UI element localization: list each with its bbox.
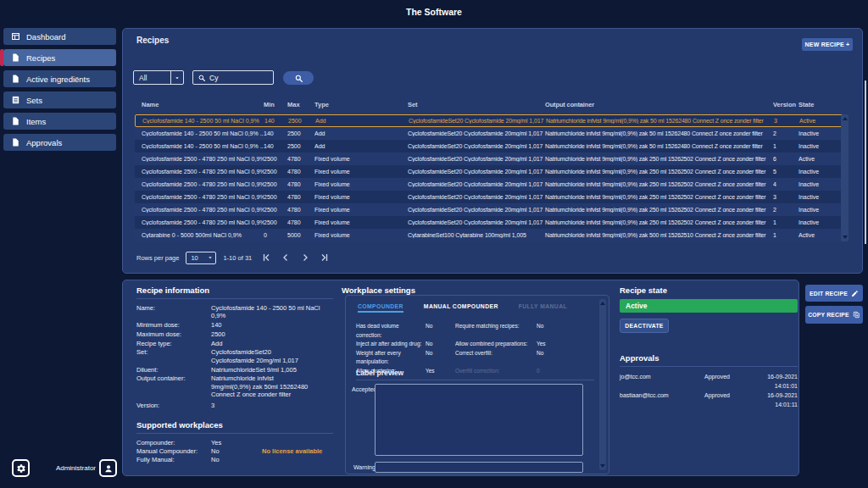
sidebar-item-active-ingredi-nts[interactable]: Active ingrediënts (3, 70, 116, 87)
last-page-button[interactable] (320, 252, 330, 263)
sidebar-item-label: Sets (26, 96, 42, 105)
deactivate-button[interactable]: DEACTIVATE (620, 319, 669, 333)
tab-fully-manual[interactable]: FULLY MANUAL (519, 303, 567, 313)
table-row[interactable]: Cyclofosfamide 140 - 2500 50 ml NaCl 0,9… (135, 140, 843, 152)
cell-set: CytarabineSet100 Cytarabine 100mg/ml 1,0… (408, 232, 545, 238)
cell-output-container: Natriumchloride infvlst 9mg/ml(0,9%) zak… (545, 130, 773, 136)
setting-row: Inject air after adding drug: No Allow c… (356, 340, 609, 349)
cell-type: Fixed volume (314, 219, 408, 225)
column-header-set[interactable]: Set (408, 101, 545, 108)
app-title-bar: The Software (0, 0, 868, 24)
edit-recipe-label: EDIT RECIPE (810, 291, 848, 297)
cell-name: Cyclofosfamide 2500 - 4780 250 ml NaCl 0… (135, 181, 264, 187)
rows-per-page-select[interactable]: 10 (186, 252, 216, 264)
column-header-type[interactable]: Type (314, 101, 408, 108)
workplace-row-manual-compounder: Manual Compounder: No No license availab… (136, 447, 333, 456)
previous-page-button[interactable] (281, 252, 291, 263)
cell-max: 4780 (287, 219, 314, 225)
table-row[interactable]: Cytarabine 0 - 5000 500ml NaCl 0,9% 0 50… (135, 229, 843, 241)
column-header-max[interactable]: Max (287, 101, 314, 108)
cell-state: Active (798, 232, 840, 238)
cell-min: 140 (264, 130, 287, 136)
cell-name: Cyclofosfamide 2500 - 4780 250 ml NaCl 0… (135, 219, 264, 225)
search-button[interactable] (283, 71, 314, 85)
approval-status: Approved (704, 372, 745, 391)
approval-status: Approved (704, 391, 745, 409)
cell-state: Inactive (798, 143, 840, 149)
column-header-min[interactable]: Min (264, 101, 287, 108)
cell-state: Inactive (798, 181, 840, 187)
filter-type-select[interactable]: All (133, 70, 184, 85)
sidebar-item-recipes[interactable]: Recipes (3, 49, 116, 66)
page-scrollbar[interactable] (865, 80, 866, 244)
copy-recipe-label: COPY RECIPE (808, 312, 849, 318)
setting-value: No (537, 322, 564, 340)
info-field-name: Name: Cyclofosfamide 140 - 2500 50 ml Na… (136, 304, 333, 320)
cell-name: Cyclofosfamide 2500 - 4780 250 ml NaCl 0… (135, 194, 264, 200)
search-input[interactable] (209, 74, 270, 82)
setting-row: Has dead volume correction: No Require m… (356, 322, 609, 340)
setting-label: Has dead volume correction: (356, 322, 426, 340)
new-recipe-button[interactable]: NEW RECIPE + (802, 38, 853, 51)
tab-manual-compounder[interactable]: MANUAL COMPOUNDER (424, 303, 498, 313)
recipe-state-value: Active (626, 302, 648, 310)
table-row[interactable]: Cyclofosfamide 2500 - 4780 250 ml NaCl 0… (135, 178, 843, 191)
cell-type: Add (314, 130, 408, 136)
cell-output-container: Natriumchloride infvlst 9mg/ml(0,9%) zak… (546, 118, 774, 124)
info-field-maximum-dose: Maximum dose: 2500 (136, 330, 333, 338)
cell-name: Cytarabine 0 - 5000 500ml NaCl 0,9% (135, 232, 264, 238)
cell-type: Fixed volume (314, 156, 408, 162)
setting-label: Correct overfill: (455, 349, 537, 367)
sidebar-item-dashboard[interactable]: Dashboard (3, 28, 116, 45)
cell-set: CyclofosfamideSet20 Cyclofosfamide 20mg/… (408, 156, 545, 162)
cell-output-container: Natriumchloride infvlst 9mg/ml(0,9%) zak… (545, 169, 773, 175)
column-header-version[interactable]: Version (773, 101, 798, 108)
workplace-settings-rows: Has dead volume correction: No Require m… (356, 322, 609, 375)
first-page-button[interactable] (261, 252, 271, 263)
cell-type: Fixed volume (314, 232, 408, 238)
table-row[interactable]: Cyclofosfamide 2500 - 4780 250 ml NaCl 0… (135, 216, 843, 229)
recipes-panel-title: Recipes (136, 36, 169, 45)
table-scrollbar[interactable] (841, 114, 849, 241)
settings-button[interactable] (12, 459, 30, 477)
cell-min: 2500 (264, 207, 287, 213)
cell-min: 140 (264, 143, 287, 149)
column-header-output-container[interactable]: Output container (545, 101, 773, 108)
sidebar-item-label: Dashboard (26, 32, 65, 42)
rows-per-page-value: 10 (191, 254, 198, 262)
tab-compounder[interactable]: COMPOUNDER (358, 303, 403, 313)
cell-min: 2500 (264, 219, 287, 225)
info-field-label: Set: (136, 348, 211, 364)
settings-scrollbar[interactable] (599, 299, 606, 470)
sidebar-item-items[interactable]: Items (3, 113, 116, 130)
setting-label: Require matching recipes: (455, 322, 537, 340)
cell-name: Cyclofosfamide 140 - 2500 50 ml NaCl 0,9… (136, 118, 264, 124)
sidebar-item-sets[interactable]: Sets (3, 92, 116, 108)
cell-set: CyclofosfamideSet20 Cyclofosfamide 20mg/… (408, 194, 545, 200)
cell-min: 140 (264, 118, 288, 124)
cell-set: CyclofosfamideSet20 Cyclofosfamide 20mg/… (408, 181, 545, 187)
user-avatar-button[interactable] (99, 459, 117, 477)
approval-date: 16-09-2021 14:01:01 (745, 372, 798, 391)
sidebar-item-label: Items (26, 117, 46, 126)
next-page-button[interactable] (300, 252, 310, 263)
search-field[interactable] (192, 70, 274, 85)
edit-recipe-button[interactable]: EDIT RECIPE (805, 285, 863, 302)
column-header-state[interactable]: State (798, 101, 840, 108)
sidebar-item-approvals[interactable]: Approvals (3, 134, 116, 151)
table-row[interactable]: Cyclofosfamide 140 - 2500 50 ml NaCl 0,9… (135, 114, 843, 127)
table-row[interactable]: Cyclofosfamide 2500 - 4780 250 ml NaCl 0… (135, 165, 843, 178)
pagination-range: 1-10 of 31 (223, 254, 252, 262)
table-row[interactable]: Cyclofosfamide 140 - 2500 50 ml NaCl 0,9… (135, 127, 843, 140)
copy-recipe-button[interactable]: COPY RECIPE (805, 306, 863, 324)
column-header-name[interactable]: Name (135, 101, 264, 108)
cell-version: 5 (773, 169, 798, 175)
table-row[interactable]: Cyclofosfamide 2500 - 4780 250 ml NaCl 0… (135, 203, 843, 216)
info-field-output-container: Output container: Natriumchloride infvls… (136, 374, 333, 398)
table-row[interactable]: Cyclofosfamide 2500 - 4780 250 ml NaCl 0… (135, 152, 843, 165)
setting-label: Inject air after adding drug: (356, 340, 426, 349)
table-row[interactable]: Cyclofosfamide 2500 - 4780 250 ml NaCl 0… (135, 191, 843, 203)
info-field-label: Diluent: (136, 366, 211, 374)
setting-value: No (426, 349, 455, 367)
dashboard-icon (11, 31, 20, 42)
